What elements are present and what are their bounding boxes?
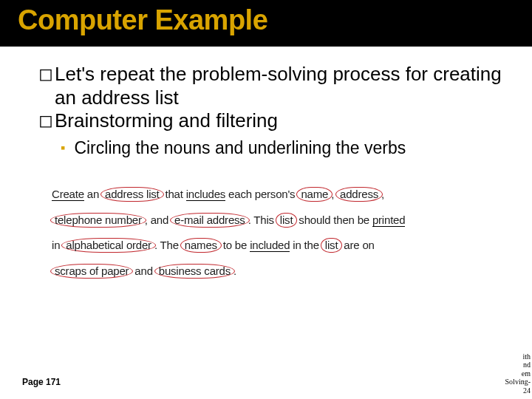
figure-line: in alphabetical order. The names to be i… xyxy=(52,233,480,259)
figure-text: in the xyxy=(290,239,321,251)
figure-text: are on xyxy=(341,239,374,251)
noun-address-list: address list xyxy=(100,187,163,202)
annotated-text-figure: Create an address list that includes eac… xyxy=(38,182,507,284)
figure-text: an xyxy=(84,188,102,200)
figure-text: . xyxy=(233,265,236,277)
verb-printed: printed xyxy=(372,214,405,227)
figure-text: to be xyxy=(220,239,250,251)
bullet-text: Let's repeat the problem-solving process… xyxy=(55,63,507,109)
fragment-line: Solving- xyxy=(505,378,531,386)
bullet-marker-box-icon: ◻ xyxy=(38,63,53,109)
noun-address: address xyxy=(335,187,383,202)
bullet-level1: ◻ Brainstorming and filtering xyxy=(38,109,507,133)
fragment-line: ith xyxy=(505,352,531,361)
bullet-marker-box-icon: ◻ xyxy=(38,109,53,133)
bullet-level2: ▪ Circling the nouns and underlining the… xyxy=(61,137,507,160)
verb-includes: includes xyxy=(186,188,225,201)
edge-text-fragment: ith nd em Solving- 24 xyxy=(505,352,531,395)
slide-body: ◻ Let's repeat the problem-solving proce… xyxy=(0,47,532,284)
noun-list-2: list xyxy=(321,238,343,253)
slide: Computer Example ◻ Let's repeat the prob… xyxy=(0,0,532,399)
noun-name: name xyxy=(296,187,332,202)
noun-business-cards: business cards xyxy=(154,264,235,279)
verb-create: Create xyxy=(52,188,84,201)
figure-line: scraps of paper and business cards. xyxy=(52,259,480,284)
fragment-line: nd xyxy=(505,361,531,369)
figure-text: . The xyxy=(154,239,182,251)
figure-line: Create an address list that includes eac… xyxy=(52,182,480,208)
noun-list: list xyxy=(276,213,298,228)
figure-text: that xyxy=(163,188,186,200)
page-reference: Page 171 xyxy=(22,377,61,387)
figure-text: and xyxy=(132,265,155,277)
figure-text: each person's xyxy=(225,188,298,200)
figure-line: telephone number, and e-mail address. Th… xyxy=(52,208,480,233)
figure-text: . This xyxy=(248,214,277,226)
fragment-line: em xyxy=(505,369,531,378)
slide-title: Computer Example xyxy=(18,4,514,36)
noun-scraps-of-paper: scraps of paper xyxy=(50,264,133,279)
bullet-text: Brainstorming and filtering xyxy=(55,109,278,133)
bullet-level1: ◻ Let's repeat the problem-solving proce… xyxy=(38,63,507,109)
noun-email-address: e-mail address xyxy=(170,213,250,228)
fragment-line: 24 xyxy=(505,386,531,395)
noun-names: names xyxy=(180,238,222,253)
bullet-text: Circling the nouns and underlining the v… xyxy=(74,137,406,160)
verb-included: included xyxy=(250,239,290,252)
figure-text: , and xyxy=(145,214,171,226)
bullet-marker-square-icon: ▪ xyxy=(61,137,65,160)
figure-text: should then be xyxy=(296,214,372,226)
noun-telephone-number: telephone number xyxy=(50,213,146,228)
noun-alphabetical-order: alphabetical order xyxy=(61,238,156,253)
title-bar: Computer Example xyxy=(0,0,532,47)
